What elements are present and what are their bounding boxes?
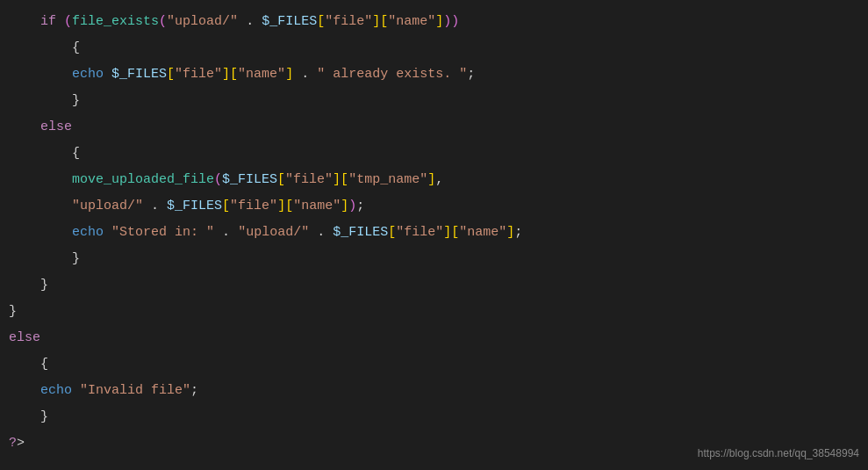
code-line-12: }: [0, 299, 868, 325]
code-line-15: echo "Invalid file";: [0, 378, 868, 404]
url-bar: https://blog.csdn.net/qq_38548994: [698, 447, 859, 459]
code-line-4: }: [0, 88, 868, 114]
code-line-1: if (file_exists("upload/" . $_FILES["fil…: [0, 9, 868, 35]
code-line-9: echo "Stored in: " . "upload/" . $_FILES…: [0, 220, 868, 246]
code-line-16: }: [0, 404, 868, 430]
code-line-5: else: [0, 114, 868, 141]
code-line-8: "upload/" . $_FILES["file"]["name"]);: [0, 193, 868, 220]
code-block: if (file_exists("upload/" . $_FILES["fil…: [0, 0, 868, 466]
code-line-13: else: [0, 325, 868, 351]
code-line-14: {: [0, 351, 868, 378]
code-line-11: }: [0, 272, 868, 299]
code-line-10: }: [0, 246, 868, 272]
code-line-2: {: [0, 35, 868, 61]
code-line-3: echo $_FILES["file"]["name"] . " already…: [0, 61, 868, 88]
code-line-7: move_uploaded_file($_FILES["file"]["tmp_…: [0, 167, 868, 193]
code-line-6: {: [0, 141, 868, 167]
